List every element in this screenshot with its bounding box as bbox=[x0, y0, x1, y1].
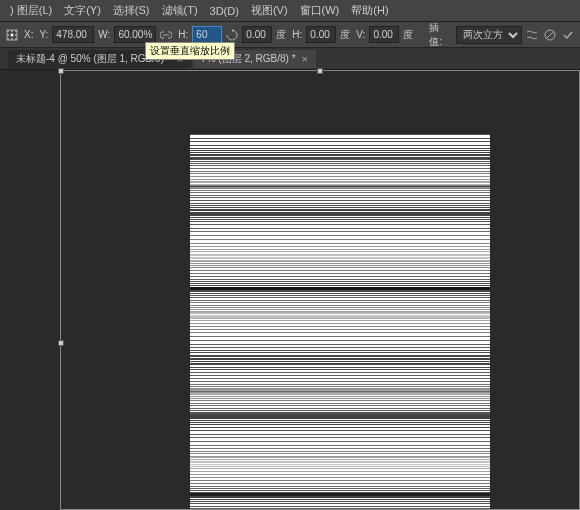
close-icon[interactable]: × bbox=[302, 53, 308, 65]
cancel-icon[interactable] bbox=[542, 27, 558, 43]
warp-icon[interactable] bbox=[524, 27, 540, 43]
v-field[interactable] bbox=[369, 26, 399, 43]
options-bar: X: Y: W: H: 度 H: 度 V: 度 插值: 两次立方 bbox=[0, 22, 580, 48]
v-unit: 度 bbox=[401, 28, 415, 42]
w-label: W: bbox=[96, 29, 112, 40]
canvas-content bbox=[190, 134, 490, 510]
y-field[interactable] bbox=[52, 26, 94, 43]
h-field[interactable] bbox=[192, 26, 222, 43]
tooltip: 设置垂直缩放比例 bbox=[145, 42, 235, 60]
reference-point-icon[interactable] bbox=[4, 27, 20, 43]
rotation-field[interactable] bbox=[242, 26, 272, 43]
rotation-unit: 度 bbox=[274, 28, 288, 42]
h2-unit: 度 bbox=[338, 28, 352, 42]
menu-bar: ) 图层(L) 文字(Y) 选择(S) 滤镜(T) 3D(D) 视图(V) 窗口… bbox=[0, 0, 580, 22]
svg-point-3 bbox=[15, 30, 17, 32]
h-label: H: bbox=[176, 29, 190, 40]
interpolation-select[interactable]: 两次立方 bbox=[456, 26, 522, 44]
h2-label: H: bbox=[290, 29, 304, 40]
v-label: V: bbox=[354, 29, 367, 40]
menu-item-select[interactable]: 选择(S) bbox=[107, 0, 156, 21]
document-tab-bar: 未标题-4 @ 50% (图层 1, RGB/8) * × 7% (图层 2, … bbox=[0, 48, 580, 70]
svg-point-4 bbox=[7, 34, 9, 36]
y-label: Y: bbox=[37, 29, 50, 40]
commit-icon[interactable] bbox=[560, 27, 576, 43]
svg-point-7 bbox=[7, 38, 9, 40]
menu-item-3d[interactable]: 3D(D) bbox=[204, 2, 245, 20]
w-field[interactable] bbox=[114, 26, 156, 43]
canvas-area[interactable] bbox=[0, 70, 580, 510]
menu-item-window[interactable]: 窗口(W) bbox=[294, 0, 346, 21]
svg-point-9 bbox=[15, 38, 17, 40]
svg-point-8 bbox=[11, 38, 13, 40]
svg-point-2 bbox=[11, 30, 13, 32]
menu-item-view[interactable]: 视图(V) bbox=[245, 0, 294, 21]
svg-line-11 bbox=[546, 31, 554, 39]
menu-item-layer[interactable]: ) 图层(L) bbox=[4, 0, 58, 21]
link-icon[interactable] bbox=[158, 27, 174, 43]
menu-item-help[interactable]: 帮助(H) bbox=[345, 0, 394, 21]
menu-item-type[interactable]: 文字(Y) bbox=[58, 0, 107, 21]
interpolation-label: 插值: bbox=[427, 21, 454, 49]
svg-point-6 bbox=[15, 34, 17, 36]
svg-point-1 bbox=[7, 30, 9, 32]
h2-field[interactable] bbox=[306, 26, 336, 43]
svg-point-5 bbox=[10, 33, 13, 36]
menu-item-filter[interactable]: 滤镜(T) bbox=[156, 0, 204, 21]
transform-handle-ml[interactable] bbox=[58, 340, 64, 346]
rotate-icon[interactable] bbox=[224, 27, 240, 43]
x-label: X: bbox=[22, 29, 35, 40]
